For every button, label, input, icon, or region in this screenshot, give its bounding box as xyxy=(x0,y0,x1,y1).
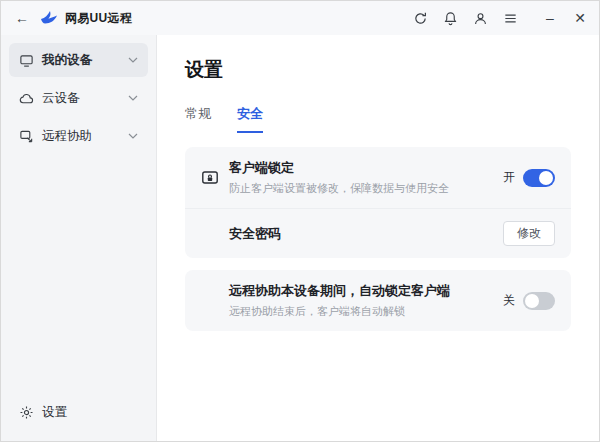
chevron-down-icon xyxy=(128,133,138,139)
tab-general[interactable]: 常规 xyxy=(185,105,211,133)
security-password-row: 安全密码 修改 xyxy=(185,208,571,258)
refresh-button[interactable] xyxy=(407,5,433,31)
sidebar: 我的设备 云设备 远程协助 xyxy=(1,35,157,441)
close-icon: ✕ xyxy=(574,10,586,26)
refresh-icon xyxy=(413,11,428,26)
sidebar-item-cloud-devices[interactable]: 云设备 xyxy=(9,81,148,115)
minimize-icon: – xyxy=(546,10,554,26)
app-logo-icon xyxy=(39,8,59,28)
close-button[interactable]: ✕ xyxy=(567,5,593,31)
sidebar-settings-label: 设置 xyxy=(42,404,67,421)
client-lock-description: 防止客户端设置被修改，保障数据与使用安全 xyxy=(229,181,449,196)
auto-lock-card: 远程协助本设备期间，自动锁定客户端 远程协助结束后，客户端将自动解锁 关 xyxy=(185,270,571,331)
tab-security[interactable]: 安全 xyxy=(237,105,263,133)
sidebar-item-label: 远程协助 xyxy=(42,128,92,145)
gear-icon xyxy=(19,405,34,420)
user-icon xyxy=(473,11,488,26)
remote-assist-icon xyxy=(19,129,34,144)
notifications-button[interactable] xyxy=(437,5,463,31)
settings-tabs: 常规 安全 xyxy=(185,105,571,133)
sidebar-item-label: 我的设备 xyxy=(42,52,92,69)
sidebar-item-my-devices[interactable]: 我的设备 xyxy=(9,43,148,77)
page-title: 设置 xyxy=(185,57,571,83)
device-lock-icon xyxy=(201,169,219,187)
chevron-down-icon xyxy=(128,95,138,101)
settings-page: 设置 常规 安全 客户端锁定 防止客户端设置被修改，保障数据与使用安全 xyxy=(157,35,599,441)
client-lock-toggle[interactable] xyxy=(523,169,555,187)
minimize-button[interactable]: – xyxy=(537,5,563,31)
sidebar-item-label: 云设备 xyxy=(42,90,80,107)
client-lock-state-label: 开 xyxy=(503,169,515,186)
back-icon: ← xyxy=(15,10,29,26)
sidebar-item-settings[interactable]: 设置 xyxy=(9,395,148,429)
auto-lock-state-label: 关 xyxy=(503,292,515,309)
app-window: ← 网易UU远程 – ✕ xyxy=(0,0,600,442)
security-password-title: 安全密码 xyxy=(229,225,281,243)
client-lock-row: 客户端锁定 防止客户端设置被修改，保障数据与使用安全 开 xyxy=(185,147,571,208)
titlebar: ← 网易UU远程 – ✕ xyxy=(1,1,599,35)
modify-password-button[interactable]: 修改 xyxy=(503,221,555,246)
back-button[interactable]: ← xyxy=(9,5,35,31)
auto-lock-row: 远程协助本设备期间，自动锁定客户端 远程协助结束后，客户端将自动解锁 关 xyxy=(185,270,571,331)
menu-button[interactable] xyxy=(497,5,523,31)
toggle-knob xyxy=(525,294,539,308)
chevron-down-icon xyxy=(128,57,138,63)
account-button[interactable] xyxy=(467,5,493,31)
cloud-icon xyxy=(19,91,34,106)
hamburger-icon xyxy=(503,11,518,26)
auto-lock-title: 远程协助本设备期间，自动锁定客户端 xyxy=(229,282,450,300)
auto-lock-toggle[interactable] xyxy=(523,292,555,310)
sidebar-item-remote-assist[interactable]: 远程协助 xyxy=(9,119,148,153)
app-title: 网易UU远程 xyxy=(65,10,132,27)
bell-icon xyxy=(443,11,458,26)
auto-lock-description: 远程协助结束后，客户端将自动解锁 xyxy=(229,304,450,319)
toggle-knob xyxy=(539,171,553,185)
security-settings-card: 客户端锁定 防止客户端设置被修改，保障数据与使用安全 开 安全密码 xyxy=(185,147,571,258)
monitor-icon xyxy=(19,53,34,68)
client-lock-title: 客户端锁定 xyxy=(229,159,449,177)
